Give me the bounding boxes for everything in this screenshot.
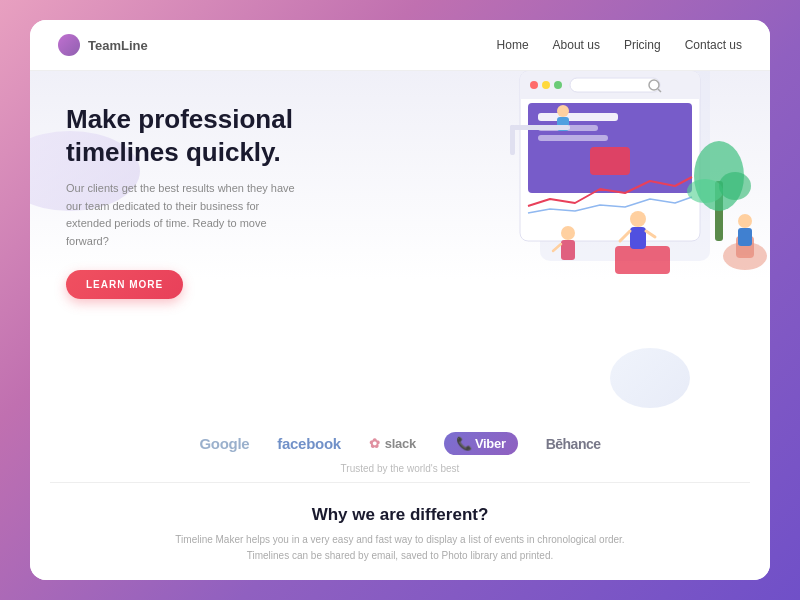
slack-icon: ✿ (369, 436, 383, 451)
svg-rect-7 (570, 78, 660, 92)
hero-illustration-svg (420, 71, 770, 331)
svg-rect-27 (561, 240, 575, 260)
svg-rect-15 (615, 246, 670, 274)
brands-section: Google facebook ✿ slack 📞 Viber Bēhance … (30, 418, 770, 491)
svg-rect-33 (510, 125, 570, 130)
header: TeamLine Home About us Pricing Contact u… (30, 20, 770, 71)
hero-subtitle: Our clients get the best results when th… (66, 180, 306, 250)
svg-rect-32 (738, 228, 752, 246)
viber-icon: 📞 (456, 436, 475, 451)
nav-contact[interactable]: Contact us (685, 38, 742, 52)
main-card: TeamLine Home About us Pricing Contact u… (30, 20, 770, 580)
nav-home[interactable]: Home (497, 38, 529, 52)
svg-rect-34 (510, 125, 515, 155)
svg-point-5 (542, 81, 550, 89)
svg-rect-23 (630, 227, 646, 249)
brand-viber: 📞 Viber (444, 432, 518, 455)
logo-icon (58, 34, 80, 56)
svg-point-26 (561, 226, 575, 240)
brands-tagline: Trusted by the world's best (341, 463, 460, 474)
nav-pricing[interactable]: Pricing (624, 38, 661, 52)
hero-section: Make professional timelines quickly. Our… (30, 71, 770, 418)
svg-point-19 (719, 172, 751, 200)
why-section: Why we are different? Timeline Maker hel… (30, 491, 770, 580)
svg-point-6 (554, 81, 562, 89)
logo-area: TeamLine (58, 34, 148, 56)
logo-text: TeamLine (88, 38, 148, 53)
why-text: Timeline Maker helps you in a very easy … (160, 532, 640, 564)
svg-point-18 (687, 179, 723, 203)
learn-more-button[interactable]: LEARN MORE (66, 270, 183, 299)
hero-illustration (400, 71, 770, 418)
hero-left: Make professional timelines quickly. Our… (30, 71, 400, 418)
brand-behance: Bēhance (546, 436, 601, 452)
brand-slack: ✿ slack (369, 436, 416, 451)
brands-row: Google facebook ✿ slack 📞 Viber Bēhance (199, 432, 600, 455)
nav-about[interactable]: About us (553, 38, 600, 52)
svg-rect-13 (538, 135, 608, 141)
svg-rect-11 (538, 113, 618, 121)
brands-divider (50, 482, 750, 483)
svg-point-31 (738, 214, 752, 228)
svg-point-22 (630, 211, 646, 227)
svg-rect-14 (590, 147, 630, 175)
brand-google: Google (199, 435, 249, 452)
why-title: Why we are different? (60, 505, 740, 525)
main-nav: Home About us Pricing Contact us (497, 38, 742, 52)
hero-title: Make professional timelines quickly. (66, 103, 372, 168)
svg-point-29 (557, 105, 569, 117)
svg-point-4 (530, 81, 538, 89)
brand-facebook: facebook (277, 435, 340, 452)
